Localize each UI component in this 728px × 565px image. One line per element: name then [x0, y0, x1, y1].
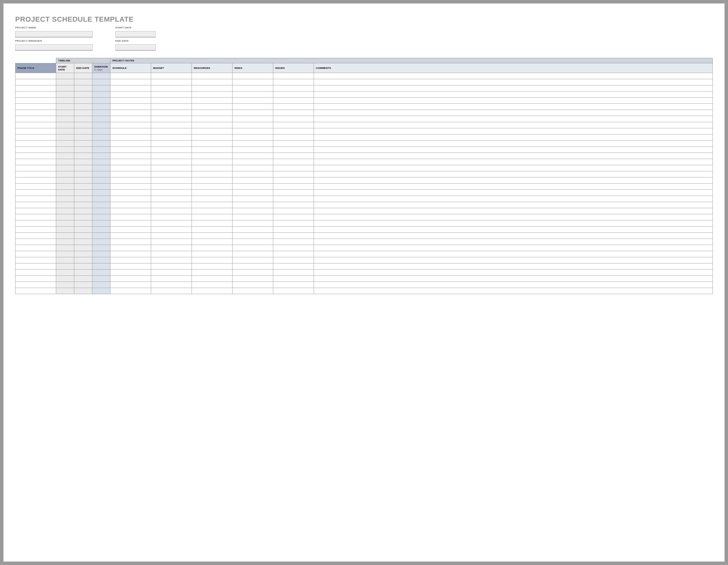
cell-input-budget[interactable] [151, 92, 192, 98]
cell-input-end-date[interactable] [74, 288, 92, 294]
cell-input-start-date[interactable] [56, 208, 74, 214]
cell-input-phase-title[interactable] [16, 208, 56, 214]
cell-input-risks[interactable] [233, 196, 273, 202]
cell-input-issues[interactable] [273, 282, 314, 288]
cell-input-phase-title[interactable] [16, 79, 56, 85]
cell-input-duration[interactable] [92, 239, 110, 245]
cell-input-schedule[interactable] [110, 122, 151, 128]
cell-input-resources[interactable] [192, 214, 232, 220]
cell-input-phase-title[interactable] [16, 233, 56, 239]
cell-input-risks[interactable] [233, 288, 273, 294]
cell-input-phase-title[interactable] [16, 92, 56, 98]
cell-input-budget[interactable] [151, 288, 192, 294]
cell-input-risks[interactable] [233, 98, 273, 104]
cell-input-risks[interactable] [233, 276, 273, 282]
cell-input-resources[interactable] [192, 227, 232, 233]
cell-input-end-date[interactable] [74, 245, 92, 251]
cell-input-phase-title[interactable] [16, 129, 56, 134]
cell-input-risks[interactable] [233, 116, 273, 122]
cell-input-schedule[interactable] [110, 147, 151, 153]
cell-input-duration[interactable] [92, 122, 110, 128]
cell-input-duration[interactable] [92, 73, 110, 79]
cell-input-schedule[interactable] [110, 227, 151, 233]
cell-input-start-date[interactable] [56, 178, 74, 183]
cell-input-end-date[interactable] [74, 233, 92, 239]
cell-input-resources[interactable] [192, 288, 232, 294]
cell-input-start-date[interactable] [56, 245, 74, 251]
cell-input-end-date[interactable] [74, 196, 92, 202]
cell-input-phase-title[interactable] [16, 165, 56, 171]
cell-input-duration[interactable] [92, 135, 110, 141]
cell-input-schedule[interactable] [110, 214, 151, 220]
cell-input-end-date[interactable] [74, 172, 92, 177]
cell-input-issues[interactable] [273, 270, 314, 276]
cell-input-duration[interactable] [92, 190, 110, 196]
cell-input-issues[interactable] [273, 264, 314, 269]
cell-input-budget[interactable] [151, 104, 192, 110]
cell-input-resources[interactable] [192, 196, 232, 202]
cell-input-schedule[interactable] [110, 264, 151, 269]
cell-input-duration[interactable] [92, 264, 110, 269]
cell-input-duration[interactable] [92, 202, 110, 208]
cell-input-duration[interactable] [92, 288, 110, 294]
cell-input-start-date[interactable] [56, 264, 74, 269]
cell-input-resources[interactable] [192, 122, 232, 128]
cell-input-schedule[interactable] [110, 288, 151, 294]
cell-input-comments[interactable] [314, 122, 712, 128]
cell-input-issues[interactable] [273, 214, 314, 220]
cell-input-budget[interactable] [151, 172, 192, 177]
cell-input-issues[interactable] [273, 276, 314, 282]
cell-input-end-date[interactable] [74, 165, 92, 171]
cell-input-duration[interactable] [92, 196, 110, 202]
cell-input-risks[interactable] [233, 110, 273, 116]
cell-input-start-date[interactable] [56, 79, 74, 85]
cell-input-budget[interactable] [151, 184, 192, 190]
cell-input-schedule[interactable] [110, 159, 151, 165]
cell-input-issues[interactable] [273, 239, 314, 245]
cell-input-schedule[interactable] [110, 202, 151, 208]
cell-input-start-date[interactable] [56, 110, 74, 116]
cell-input-duration[interactable] [92, 172, 110, 177]
cell-input-resources[interactable] [192, 257, 232, 263]
cell-input-end-date[interactable] [74, 79, 92, 85]
cell-input-start-date[interactable] [56, 190, 74, 196]
cell-input-comments[interactable] [314, 257, 712, 263]
cell-input-start-date[interactable] [56, 276, 74, 282]
cell-input-issues[interactable] [273, 73, 314, 79]
cell-input-start-date[interactable] [56, 86, 74, 91]
cell-input-resources[interactable] [192, 110, 232, 116]
cell-input-issues[interactable] [273, 227, 314, 233]
cell-input-budget[interactable] [151, 122, 192, 128]
cell-input-resources[interactable] [192, 245, 232, 251]
cell-input-end-date[interactable] [74, 129, 92, 134]
cell-input-comments[interactable] [314, 116, 712, 122]
cell-input-issues[interactable] [273, 184, 314, 190]
cell-input-budget[interactable] [151, 239, 192, 245]
cell-input-end-date[interactable] [74, 147, 92, 153]
cell-input-start-date[interactable] [56, 239, 74, 245]
cell-input-comments[interactable] [314, 86, 712, 91]
cell-input-resources[interactable] [192, 178, 232, 183]
cell-input-duration[interactable] [92, 257, 110, 263]
cell-input-comments[interactable] [314, 245, 712, 251]
cell-input-risks[interactable] [233, 214, 273, 220]
cell-input-duration[interactable] [92, 208, 110, 214]
cell-input-schedule[interactable] [110, 251, 151, 257]
cell-input-risks[interactable] [233, 257, 273, 263]
cell-input-resources[interactable] [192, 233, 232, 239]
cell-input-comments[interactable] [314, 196, 712, 202]
cell-input-comments[interactable] [314, 251, 712, 257]
cell-input-comments[interactable] [314, 92, 712, 98]
cell-input-resources[interactable] [192, 86, 232, 91]
cell-input-duration[interactable] [92, 270, 110, 276]
cell-input-issues[interactable] [273, 196, 314, 202]
cell-input-duration[interactable] [92, 159, 110, 165]
cell-input-resources[interactable] [192, 172, 232, 177]
cell-input-phase-title[interactable] [16, 104, 56, 110]
cell-input-start-date[interactable] [56, 92, 74, 98]
cell-input-comments[interactable] [314, 233, 712, 239]
cell-input-end-date[interactable] [74, 153, 92, 159]
cell-input-risks[interactable] [233, 147, 273, 153]
cell-input-budget[interactable] [151, 129, 192, 134]
cell-input-comments[interactable] [314, 141, 712, 147]
